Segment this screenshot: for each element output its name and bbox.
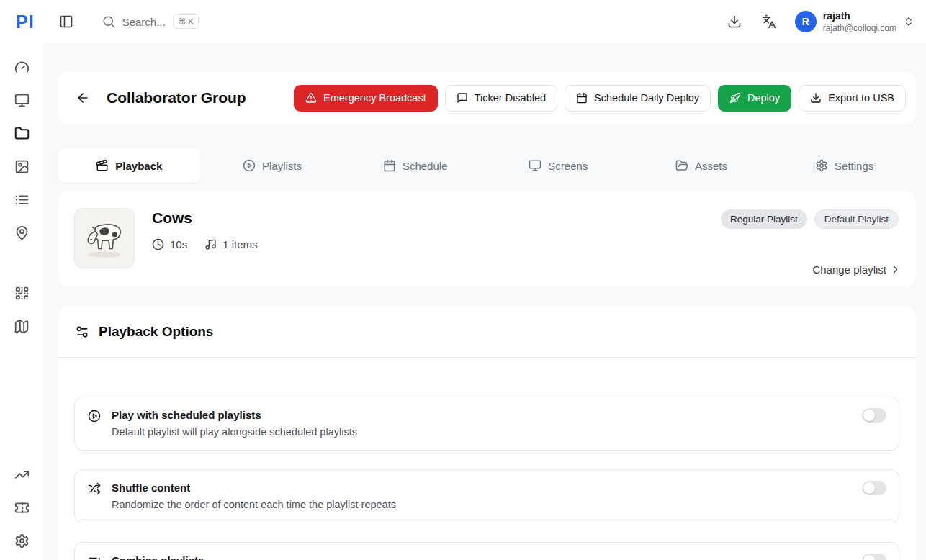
user-email: rajath@colloqi.com [823, 23, 896, 33]
panel-left-icon [59, 14, 73, 29]
user-info: rajath rajath@colloqi.com [823, 10, 896, 33]
sidebar-item-locations[interactable] [8, 220, 35, 245]
option-combine-playlists: Combine playlists [74, 542, 899, 560]
languages-icon [762, 14, 776, 29]
gear-icon [815, 159, 828, 172]
sidebar-toggle-button[interactable] [53, 9, 79, 35]
sidebar-item-settings[interactable] [8, 528, 35, 553]
option-title: Play with scheduled playlists [112, 409, 357, 421]
tab-playback[interactable]: Playback [58, 148, 201, 183]
option-text: Play with scheduled playlists Default pl… [112, 409, 357, 438]
tab-settings[interactable]: Settings [773, 148, 916, 183]
emergency-broadcast-button[interactable]: Emergency Broadcast [294, 85, 438, 112]
sidebar [0, 43, 43, 560]
sidebar-item-qr-codes[interactable] [8, 281, 35, 305]
monitor-icon [14, 93, 30, 108]
avatar: R [795, 11, 817, 32]
tab-screens-label: Screens [548, 160, 588, 172]
playback-options-title: Playback Options [99, 324, 213, 340]
schedule-daily-deploy-label: Schedule Daily Deploy [594, 92, 699, 104]
emergency-broadcast-label: Emergency Broadcast [323, 92, 426, 104]
image-icon [14, 159, 30, 174]
topbar: PI Search... ⌘ K R rajath rajath@colloqi [0, 0, 926, 43]
playback-options-header: Playback Options [58, 307, 916, 358]
playlist-duration: 10s [152, 238, 187, 250]
rocket-icon [729, 92, 741, 104]
sidebar-item-screens[interactable] [8, 88, 35, 112]
option-text: Shuffle content Randomize the order of c… [112, 482, 396, 511]
option-play-with-scheduled: Play with scheduled playlists Default pl… [74, 397, 899, 451]
sidebar-item-licenses[interactable] [8, 495, 35, 520]
language-button[interactable] [756, 9, 782, 35]
combine-icon [88, 555, 101, 560]
play-with-scheduled-toggle[interactable] [862, 408, 886, 423]
combine-playlists-toggle[interactable] [862, 554, 886, 560]
music-note-icon [204, 238, 217, 250]
change-playlist-label: Change playlist [812, 263, 886, 276]
calendar-icon [383, 159, 396, 172]
ticket-icon [14, 500, 30, 515]
sidebar-item-analytics[interactable] [8, 462, 35, 487]
sidebar-item-dashboard[interactable] [8, 55, 35, 79]
export-to-usb-label: Export to USB [828, 92, 894, 104]
user-menu[interactable]: R rajath rajath@colloqi.com [795, 10, 914, 33]
tab-settings-label: Settings [835, 160, 873, 172]
monitor-icon [529, 159, 541, 172]
search-input[interactable]: Search... ⌘ K [102, 14, 199, 29]
arrow-left-icon [76, 91, 90, 105]
playlist-info: Cows 10s 1 items [152, 208, 258, 270]
option-text: Combine playlists [112, 554, 204, 560]
gear-icon [14, 533, 30, 548]
option-title: Combine playlists [112, 554, 204, 560]
playlist-meta: 10s 1 items [152, 238, 258, 250]
tab-playback-label: Playback [115, 160, 162, 172]
playlist-thumbnail [74, 208, 135, 268]
message-square-icon [457, 92, 468, 104]
tab-schedule-label: Schedule [403, 160, 448, 172]
playback-options-card: Playback Options Play with scheduled pla… [58, 307, 916, 560]
tab-playlists[interactable]: Playlists [201, 148, 344, 183]
page-header: Collaborator Group Emergency Broadcast T… [58, 72, 916, 124]
gauge-icon [14, 60, 30, 75]
ticker-disabled-label: Ticker Disabled [475, 92, 546, 104]
sidebar-item-map[interactable] [8, 314, 35, 338]
tab-schedule[interactable]: Schedule [343, 148, 487, 183]
regular-playlist-badge: Regular Playlist [721, 209, 807, 229]
folder-icon [14, 126, 30, 141]
sidebar-item-playlists[interactable] [8, 187, 35, 212]
search-placeholder: Search... [122, 16, 166, 28]
clapperboard-icon [96, 159, 109, 172]
download-button[interactable] [722, 9, 747, 35]
deploy-label: Deploy [747, 92, 780, 104]
playlist-duration-value: 10s [170, 238, 187, 250]
tab-assets[interactable]: Assets [630, 148, 773, 183]
option-description: Randomize the order of content each time… [112, 499, 396, 510]
alert-triangle-icon [305, 92, 317, 104]
change-playlist-link[interactable]: Change playlist [812, 263, 902, 276]
back-button[interactable] [69, 84, 96, 112]
calendar-icon [576, 92, 588, 104]
header-actions: Emergency Broadcast Ticker Disabled Sche… [294, 85, 906, 112]
deploy-button[interactable]: Deploy [718, 85, 791, 112]
chevron-right-icon [889, 263, 902, 276]
playlist-badges: Regular Playlist Default Playlist [721, 209, 899, 229]
playlist-item-count: 1 items [204, 238, 257, 250]
tab-assets-label: Assets [695, 160, 727, 172]
clock-icon [152, 238, 164, 250]
tab-screens[interactable]: Screens [487, 148, 630, 183]
search-shortcut-badge: ⌘ K [173, 14, 199, 29]
sidebar-item-assets[interactable] [8, 154, 35, 179]
qr-code-icon [14, 286, 30, 301]
schedule-daily-deploy-button[interactable]: Schedule Daily Deploy [565, 85, 711, 112]
ticker-disabled-button[interactable]: Ticker Disabled [445, 85, 557, 112]
chevrons-up-down-icon [903, 16, 914, 27]
play-circle-icon [243, 159, 256, 172]
trending-up-icon [14, 467, 30, 482]
sidebar-item-groups[interactable] [8, 121, 35, 145]
app-logo: PI [16, 12, 35, 32]
sliders-icon [75, 325, 89, 339]
shuffle-content-toggle[interactable] [862, 481, 886, 495]
main-content: Collaborator Group Emergency Broadcast T… [43, 43, 926, 560]
export-to-usb-button[interactable]: Export to USB [799, 85, 906, 112]
playlist-name: Cows [152, 209, 258, 227]
